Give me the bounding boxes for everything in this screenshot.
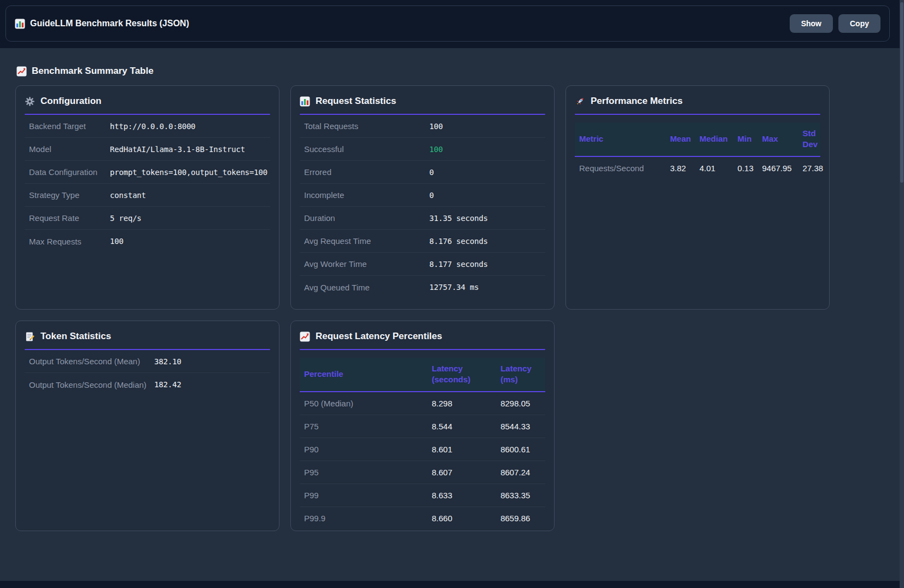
row-value: 12757.34 ms [429, 283, 479, 292]
cell-latency-seconds: 8.601 [427, 438, 496, 461]
cell-std-dev: 27.38 [798, 156, 820, 179]
request-statistics-card-title: Request Statistics [300, 96, 545, 107]
config-row-data-configuration: Data Configuration prompt_tokens=100,out… [25, 161, 270, 184]
cell-percentile: P99.9 [300, 507, 427, 529]
request-statistics-card: Request Statistics Total Requests 100 Su… [290, 85, 555, 310]
col-header-latency-seconds: Latency (seconds) [427, 358, 496, 392]
main-content: Benchmark Summary Table Configuration Ba… [0, 48, 904, 531]
table-row-p99-9: P99.9 8.660 8659.86 [300, 507, 545, 529]
configuration-rows: Backend Target http://0.0.0.0:8000 Model… [25, 115, 270, 253]
row-label: Output Tokens/Second (Mean) [29, 357, 154, 366]
token-statistics-rows: Output Tokens/Second (Mean) 382.10 Outpu… [25, 350, 270, 396]
card-title-text: Token Statistics [40, 331, 111, 342]
rocket-icon [575, 96, 585, 107]
chart-increasing-icon [300, 331, 310, 342]
table-row-p90: P90 8.601 8600.61 [300, 438, 545, 461]
row-value: 0 [429, 168, 434, 177]
scrollbar-track[interactable] [900, 0, 904, 588]
row-value: http://0.0.0.0:8000 [110, 122, 195, 131]
col-header-latency-ms: Latency (ms) [496, 358, 545, 392]
stat-row-total-requests: Total Requests 100 [300, 115, 545, 138]
row-label: Avg Queued Time [304, 283, 429, 292]
col-header-std-dev: Std Dev [798, 123, 820, 156]
cell-latency-seconds: 8.633 [427, 484, 496, 507]
row-label: Avg Request Time [304, 236, 429, 246]
col-header-metric: Metric [575, 123, 666, 156]
bottom-strip [0, 581, 904, 588]
cell-median: 4.01 [695, 156, 733, 179]
row-label: Errored [304, 167, 429, 177]
cell-latency-ms: 8600.61 [496, 438, 545, 461]
row-label: Duration [304, 213, 429, 223]
stat-row-avg-queued-time: Avg Queued Time 12757.34 ms [300, 276, 545, 299]
cell-latency-seconds: 8.607 [427, 461, 496, 484]
cell-latency-ms: 8544.33 [496, 415, 545, 438]
memo-icon [25, 331, 35, 342]
page-title-text: GuideLLM Benchmark Results (JSON) [30, 19, 189, 28]
table-header-row: Metric Mean Median Min Max Std Dev [575, 123, 820, 156]
cell-latency-ms: 8659.86 [496, 507, 545, 529]
row-value: 100 [110, 237, 124, 246]
card-title-text: Configuration [40, 96, 101, 107]
gear-icon [25, 96, 35, 107]
row-value: 5 req/s [110, 214, 142, 223]
table-row-p75: P75 8.544 8544.33 [300, 415, 545, 438]
stat-row-avg-request-time: Avg Request Time 8.176 seconds [300, 230, 545, 253]
cell-percentile: P75 [300, 415, 427, 438]
title-underline [575, 114, 820, 115]
stat-row-avg-worker-time: Avg Worker Time 8.177 seconds [300, 253, 545, 276]
row-label: Incomplete [304, 190, 429, 200]
col-header-percentile: Percentile [300, 358, 427, 392]
col-header-max: Max [757, 123, 798, 156]
stat-row-successful: Successful 100 [300, 138, 545, 161]
cell-latency-ms: 8633.35 [496, 484, 545, 507]
cell-percentile: P99 [300, 484, 427, 507]
token-statistics-card-title: Token Statistics [25, 331, 270, 342]
cell-percentile: P90 [300, 438, 427, 461]
configuration-card-title: Configuration [25, 96, 270, 107]
stat-row-errored: Errored 0 [300, 161, 545, 184]
table-header-row: Percentile Latency (seconds) Latency (ms… [300, 358, 545, 392]
page-title: GuideLLM Benchmark Results (JSON) [15, 19, 189, 29]
table-row-p50: P50 (Median) 8.298 8298.05 [300, 392, 545, 415]
row-label: Avg Worker Time [304, 259, 429, 269]
header-card: GuideLLM Benchmark Results (JSON) Show C… [5, 5, 890, 42]
token-statistics-card: Token Statistics Output Tokens/Second (M… [15, 321, 279, 531]
scrollbar-thumb[interactable] [900, 2, 903, 183]
cell-percentile: P50 (Median) [300, 392, 427, 415]
col-header-median: Median [695, 123, 733, 156]
title-underline [300, 349, 545, 350]
row-value: 8.177 seconds [429, 260, 488, 269]
table-row-p95: P95 8.607 8607.24 [300, 461, 545, 484]
table-row-p99: P99 8.633 8633.35 [300, 484, 545, 507]
col-header-min: Min [733, 123, 758, 156]
copy-button[interactable]: Copy [838, 14, 880, 33]
card-title-text: Performance Metrics [591, 96, 683, 107]
config-row-model: Model RedHatAI/Llama-3.1-8B-Instruct [25, 138, 270, 161]
latency-percentiles-table: Percentile Latency (seconds) Latency (ms… [300, 358, 545, 529]
token-row-mean: Output Tokens/Second (Mean) 382.10 [25, 350, 270, 373]
latency-percentiles-card-title: Request Latency Percentiles [300, 331, 545, 342]
row-label: Model [29, 144, 110, 154]
card-title-text: Request Latency Percentiles [316, 331, 442, 342]
cell-percentile: P95 [300, 461, 427, 484]
section-heading-text: Benchmark Summary Table [32, 66, 154, 77]
cell-latency-seconds: 8.298 [427, 392, 496, 415]
row-value-success: 100 [429, 145, 443, 154]
cell-mean: 3.82 [666, 156, 695, 179]
benchmark-results-page: GuideLLM Benchmark Results (JSON) Show C… [0, 0, 904, 588]
config-row-strategy-type: Strategy Type constant [25, 184, 270, 207]
row-label: Max Requests [29, 237, 110, 246]
row-value: 8.176 seconds [429, 237, 488, 246]
show-button[interactable]: Show [790, 14, 833, 33]
row-label: Data Configuration [29, 167, 110, 177]
cell-min: 0.13 [733, 156, 758, 179]
config-row-max-requests: Max Requests 100 [25, 230, 270, 253]
row-value: 382.10 [154, 357, 181, 366]
cards-row-1: Configuration Backend Target http://0.0.… [15, 85, 904, 310]
row-value: constant [110, 191, 146, 200]
performance-metrics-card-title: Performance Metrics [575, 96, 820, 107]
row-value: RedHatAI/Llama-3.1-8B-Instruct [110, 145, 245, 154]
bar-chart-icon [300, 96, 310, 107]
latency-percentiles-card: Request Latency Percentiles Percentile L… [290, 321, 555, 531]
